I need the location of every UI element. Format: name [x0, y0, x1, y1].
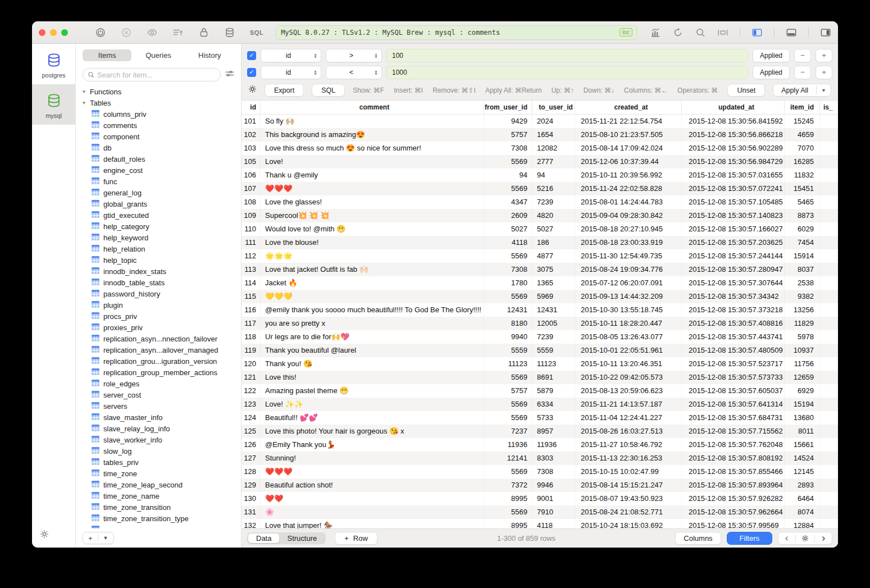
apply-all-button[interactable]: Apply All ▼ — [773, 84, 831, 97]
table-row[interactable]: 102This background is amazing😍5757165420… — [242, 128, 838, 142]
sidebar-table-help_topic[interactable]: help_topic — [76, 254, 241, 266]
cell-to_user_id[interactable]: 186 — [532, 236, 575, 249]
table-row[interactable]: 118Ur legs are to die for🙌💖994072392015-… — [242, 330, 838, 344]
connection-postgres[interactable]: postgres — [32, 44, 75, 84]
cell-id[interactable]: 110 — [242, 222, 261, 236]
cell-to_user_id[interactable]: 5879 — [532, 384, 575, 398]
cell-created_at[interactable]: 2015-08-05 13:26:43.077 — [575, 330, 682, 344]
sidebar-table-general_log[interactable]: general_log — [76, 187, 241, 198]
filter-value-input[interactable] — [386, 49, 748, 62]
cell-from_user_id[interactable]: 94 — [484, 168, 532, 182]
cell-is_[interactable] — [820, 465, 838, 478]
cell-to_user_id[interactable]: 12005 — [532, 317, 575, 330]
tab-data[interactable]: Data — [248, 534, 279, 543]
cell-id[interactable]: 113 — [242, 263, 261, 276]
filter-value-input[interactable] — [386, 66, 748, 79]
sidebar-table-help_keyword[interactable]: help_keyword — [76, 232, 241, 243]
cell-updated_at[interactable]: 2015-12-08 15:30:57.307644 — [682, 276, 785, 290]
column-header-comment[interactable]: comment — [261, 101, 484, 114]
cell-item_id[interactable]: 12145 — [785, 465, 820, 478]
cell-is_[interactable] — [820, 236, 838, 249]
chart-icon[interactable] — [650, 27, 661, 38]
cell-is_[interactable] — [820, 249, 838, 263]
cell-from_user_id[interactable]: 7308 — [484, 263, 532, 276]
cell-from_user_id[interactable]: 9429 — [484, 115, 532, 128]
sidebar-table-replication_asynailover_managed[interactable]: replication_asyn...ailover_managed — [76, 344, 241, 355]
table-row[interactable]: 107❤️❤️❤️556952162015-11-24 22:02:58.828… — [242, 182, 838, 195]
close-window-button[interactable] — [39, 29, 45, 36]
cell-id[interactable]: 108 — [242, 195, 261, 209]
sidebar-table-tables_priv[interactable]: tables_priv — [76, 457, 241, 468]
cell-updated_at[interactable]: 2015-12-08 15:30:57.962664 — [682, 505, 785, 519]
cell-is_[interactable] — [820, 128, 838, 142]
table-row[interactable]: 121Love this!556986912015-10-22 09:42:05… — [242, 371, 838, 384]
cell-created_at[interactable]: 2015-08-18 20:27:10.945 — [575, 222, 682, 236]
cell-to_user_id[interactable]: 8303 — [532, 452, 575, 465]
cell-comment[interactable]: Love the blouse! — [261, 236, 484, 249]
cell-comment[interactable]: Beautiful!! 💕💕 — [261, 411, 484, 425]
cell-comment[interactable]: Beautiful action shot! — [261, 478, 484, 492]
cell-is_[interactable] — [820, 263, 838, 276]
cell-comment[interactable]: Love that jumper! 🏇 — [261, 519, 484, 528]
cell-to_user_id[interactable]: 11936 — [532, 438, 575, 452]
sidebar-table-role_edges[interactable]: role_edges — [76, 378, 241, 389]
cell-from_user_id[interactable]: 1780 — [484, 276, 532, 290]
cell-is_[interactable] — [820, 317, 838, 330]
table-row[interactable]: 120Thank you! 😘11123111232015-10-11 13:2… — [242, 357, 838, 371]
column-header-item_id[interactable]: item_id — [785, 101, 820, 114]
tab-structure[interactable]: Structure — [279, 534, 325, 543]
cell-item_id[interactable]: 8873 — [785, 209, 820, 222]
cell-updated_at[interactable]: 2015-12-08 15:30:57.244144 — [682, 249, 785, 263]
cell-created_at[interactable]: 2015-08-10 21:23:57.505 — [575, 128, 682, 142]
cell-item_id[interactable]: 5465 — [785, 195, 820, 209]
sidebar-table-proxies_priv[interactable]: proxies_priv — [76, 322, 241, 333]
cell-updated_at[interactable]: 2015-12-08 15:30:57.715562 — [682, 425, 785, 438]
table-row[interactable]: 106Thank u @emily94942015-10-11 20:39:56… — [242, 168, 838, 182]
cell-created_at[interactable]: 2015-09-13 14:44:32.209 — [575, 290, 682, 303]
cell-id[interactable]: 111 — [242, 236, 261, 249]
table-row[interactable]: 128❤️❤️❤️556973082015-10-15 10:02:47.992… — [242, 465, 838, 478]
table-row[interactable]: 108Love the glasses!434772392015-08-01 1… — [242, 195, 838, 209]
cell-item_id[interactable]: 7454 — [785, 236, 820, 249]
cell-comment[interactable]: This background is amazing😍 — [261, 128, 484, 142]
cell-is_[interactable] — [820, 478, 838, 492]
filter-operator-select[interactable]: >▲▼ — [326, 49, 382, 62]
table-row[interactable]: 123Love! ✨✨556963342015-11-21 14:13:57.1… — [242, 398, 838, 411]
cell-to_user_id[interactable]: 4118 — [532, 519, 575, 528]
column-header-created_at[interactable]: created_at — [575, 101, 682, 114]
cell-from_user_id[interactable]: 5569 — [484, 290, 532, 303]
cell-from_user_id[interactable]: 8995 — [484, 519, 532, 528]
cell-to_user_id[interactable]: 1365 — [532, 276, 575, 290]
cell-updated_at[interactable]: 2015-12-08 15:30:57.641314 — [682, 398, 785, 411]
tab-queries[interactable]: Queries — [134, 49, 183, 61]
filter-checkbox[interactable]: ✓ — [247, 68, 256, 77]
cell-comment[interactable]: Jacket 🔥 — [261, 276, 484, 290]
cell-id[interactable]: 103 — [242, 142, 261, 155]
table-row[interactable]: 132Love that jumper! 🏇899541182015-10-24… — [242, 519, 838, 528]
sidebar-table-replication_asynnnection_failover[interactable]: replication_asyn...nnection_failover — [76, 333, 241, 344]
cell-comment[interactable]: Would love to! @mith 😬 — [261, 222, 484, 236]
cell-to_user_id[interactable]: 9001 — [532, 492, 575, 505]
filter-applied-button[interactable]: Applied — [753, 49, 790, 62]
cell-comment[interactable]: Thank u @emily — [261, 168, 484, 182]
cell-to_user_id[interactable]: 9946 — [532, 478, 575, 492]
cell-updated_at[interactable]: 2015-12-08 15:30:57.605037 — [682, 384, 785, 398]
sidebar-table-slave_relay_log_info[interactable]: slave_relay_log_info — [76, 423, 241, 434]
table-row[interactable]: 125Love this photo! Your hair is gorgeou… — [242, 425, 838, 438]
sidebar-table-password_history[interactable]: password_history — [76, 288, 241, 299]
cell-updated_at[interactable]: 2015-12-08 15:30:57.203625 — [682, 236, 785, 249]
column-header-updated_at[interactable]: updated_at — [682, 101, 785, 114]
previous-page-button[interactable] — [778, 532, 795, 544]
cell-from_user_id[interactable]: 12431 — [484, 303, 532, 317]
cell-id[interactable]: 109 — [242, 209, 261, 222]
table-settings-gear-icon[interactable] — [248, 85, 257, 95]
cell-item_id[interactable]: 8037 — [785, 263, 820, 276]
remove-filter-button[interactable]: − — [794, 49, 811, 62]
sidebar-table-time_zone_name[interactable]: time_zone_name — [76, 490, 241, 502]
sql-console-icon[interactable]: SQL — [250, 29, 263, 36]
item-search-field[interactable] — [83, 68, 221, 81]
cell-from_user_id[interactable]: 9940 — [484, 330, 532, 344]
table-row[interactable]: 101So fly 🙌🏼942920242015-11-21 22:12:54.… — [242, 115, 838, 128]
cell-id[interactable]: 112 — [242, 249, 261, 263]
filter-options-icon[interactable] — [225, 70, 234, 80]
